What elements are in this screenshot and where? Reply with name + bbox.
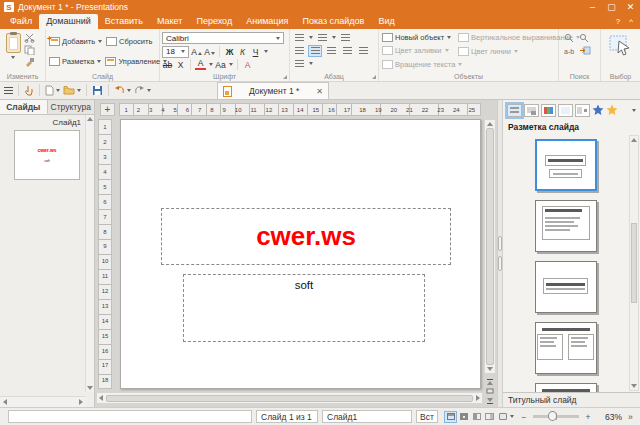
- status-overflow-button[interactable]: »: [628, 412, 633, 422]
- scroll-up-icon[interactable]: [631, 138, 637, 142]
- paste-button[interactable]: [2, 31, 24, 70]
- align-left-button[interactable]: [308, 45, 322, 57]
- strikethrough-button[interactable]: ab: [162, 59, 173, 71]
- layout-thumb-centered-text[interactable]: [535, 261, 597, 313]
- slides-panel-hscrollbar[interactable]: [0, 396, 86, 407]
- reset-slide-button[interactable]: Сбросить: [105, 37, 153, 46]
- save-button[interactable]: [92, 83, 103, 97]
- minimize-button[interactable]: –: [583, 0, 602, 14]
- previous-slide-button[interactable]: [487, 379, 493, 385]
- subscript-button[interactable]: X: [175, 59, 186, 71]
- slide-title-text[interactable]: cwer.ws: [256, 221, 356, 252]
- notes-view-button[interactable]: [483, 411, 496, 423]
- h-ruler[interactable]: 1234567891011121314151617181920212223242…: [119, 103, 481, 116]
- decrease-indent-button[interactable]: [292, 45, 306, 57]
- menu-tab-файл[interactable]: Файл: [3, 14, 39, 29]
- selection-mode-icon[interactable]: [609, 35, 633, 59]
- layout-thumb-title-two-content[interactable]: [535, 383, 597, 392]
- font-size-select[interactable]: 18: [162, 46, 189, 58]
- font-color-dropdown[interactable]: [209, 63, 213, 66]
- italic-button[interactable]: К: [237, 46, 248, 58]
- menu-tab-домашний[interactable]: Домашний: [39, 14, 98, 29]
- panel-tab-слайды[interactable]: Слайды: [0, 100, 48, 114]
- zoom-slider[interactable]: [533, 415, 579, 418]
- canvas-vscrollbar[interactable]: [484, 119, 496, 374]
- pane-slide-design-icon[interactable]: [524, 104, 539, 117]
- find-icon[interactable]: [564, 33, 574, 43]
- change-case-button[interactable]: Аа: [215, 59, 226, 71]
- outline-view-button[interactable]: [470, 411, 483, 423]
- line-color-button[interactable]: Цвет линии: [457, 47, 559, 56]
- menu-tab-вставить[interactable]: Вставить: [98, 14, 150, 29]
- normal-view-button[interactable]: [444, 411, 457, 423]
- bullets-button[interactable]: [292, 32, 306, 44]
- menu-tab-вид[interactable]: Вид: [371, 14, 401, 29]
- ruler-origin[interactable]: +: [100, 103, 115, 116]
- bold-button[interactable]: Ж: [224, 46, 235, 58]
- scroll-up-icon[interactable]: [87, 117, 93, 121]
- insert-mode-toggle[interactable]: Вст: [416, 410, 438, 423]
- help-button[interactable]: ?: [616, 17, 620, 26]
- line-spacing-dropdown[interactable]: [309, 62, 313, 65]
- copy-icon[interactable]: [24, 45, 35, 55]
- find-next-icon[interactable]: [579, 33, 589, 43]
- open-dropdown[interactable]: [77, 89, 81, 92]
- document-tab[interactable]: Документ 1 * ✕: [217, 82, 329, 99]
- v-ruler[interactable]: 123456789101112131415161718: [98, 119, 112, 389]
- zoom-out-button[interactable]: −: [519, 412, 529, 422]
- redo-button[interactable]: [134, 83, 151, 97]
- panel-tab-структура[interactable]: Структура: [48, 100, 95, 114]
- shrink-font-button[interactable]: А: [204, 46, 215, 58]
- pane-background-icon[interactable]: [558, 104, 573, 117]
- favorites-blue-star-icon[interactable]: [592, 104, 604, 116]
- text-rotation-button[interactable]: Вращение текста: [381, 60, 453, 69]
- subtitle-placeholder[interactable]: soft: [183, 274, 425, 342]
- splitter-handle[interactable]: [498, 256, 502, 271]
- pane-color-scheme-icon[interactable]: [541, 104, 556, 117]
- document-tab-close[interactable]: ✕: [316, 87, 323, 96]
- scroll-up-icon[interactable]: [487, 122, 493, 126]
- paste-dropdown[interactable]: [11, 56, 15, 59]
- scroll-left-icon[interactable]: [3, 399, 7, 405]
- scroll-left-icon[interactable]: [99, 395, 103, 401]
- sidebar-options-dropdown[interactable]: [632, 109, 636, 112]
- menu-button[interactable]: [4, 83, 13, 97]
- redo-dropdown[interactable]: [147, 89, 151, 92]
- undo-dropdown[interactable]: [127, 89, 131, 92]
- touch-mode-button[interactable]: [24, 83, 34, 97]
- menu-tab-переход[interactable]: Переход: [189, 14, 239, 29]
- new-document-dropdown[interactable]: [56, 89, 60, 92]
- close-button[interactable]: ✕: [621, 0, 640, 14]
- scroll-down-icon[interactable]: [87, 386, 93, 390]
- clear-formatting-button[interactable]: А: [242, 59, 253, 71]
- bullets-dropdown[interactable]: [309, 36, 313, 39]
- replace-icon[interactable]: a-b: [564, 46, 575, 55]
- change-case-dropdown[interactable]: [229, 63, 233, 66]
- next-slide-button[interactable]: [487, 398, 493, 404]
- slide-sorter-view-button[interactable]: [457, 411, 470, 423]
- sidebar-scroll-thumb[interactable]: [631, 223, 637, 303]
- slide-manage-button[interactable]: Управление: [104, 57, 168, 66]
- add-slide-button[interactable]: + Добавить: [48, 37, 103, 46]
- fill-color-button[interactable]: Цвет заливки: [381, 46, 453, 55]
- pane-animation-icon[interactable]: [575, 104, 590, 117]
- hscroll-thumb[interactable]: [106, 395, 473, 402]
- slide-thumbnail[interactable]: cwer.ws soft: [14, 130, 80, 180]
- collapse-ribbon-button[interactable]: ^: [629, 17, 633, 26]
- new-document-button[interactable]: [45, 83, 60, 97]
- menu-tab-показ-слайдов[interactable]: Показ слайдов: [295, 14, 371, 29]
- slide-subtitle-text[interactable]: soft: [295, 279, 314, 291]
- pane-slide-layout-icon[interactable]: [507, 104, 522, 117]
- zoom-in-button[interactable]: +: [583, 412, 593, 422]
- scroll-down-icon[interactable]: [487, 367, 493, 371]
- favorites-yellow-star-icon[interactable]: [606, 104, 618, 116]
- open-button[interactable]: [63, 83, 81, 97]
- layout-thumb-title[interactable]: [535, 139, 597, 191]
- line-spacing-button[interactable]: [292, 58, 306, 70]
- zoom-level[interactable]: 63%: [596, 412, 622, 422]
- canvas-hscrollbar[interactable]: [96, 392, 483, 404]
- align-center-button[interactable]: [324, 45, 338, 57]
- grow-font-button[interactable]: А: [191, 46, 202, 58]
- font-dialog-launcher[interactable]: [283, 75, 287, 79]
- scroll-right-icon[interactable]: [79, 399, 83, 405]
